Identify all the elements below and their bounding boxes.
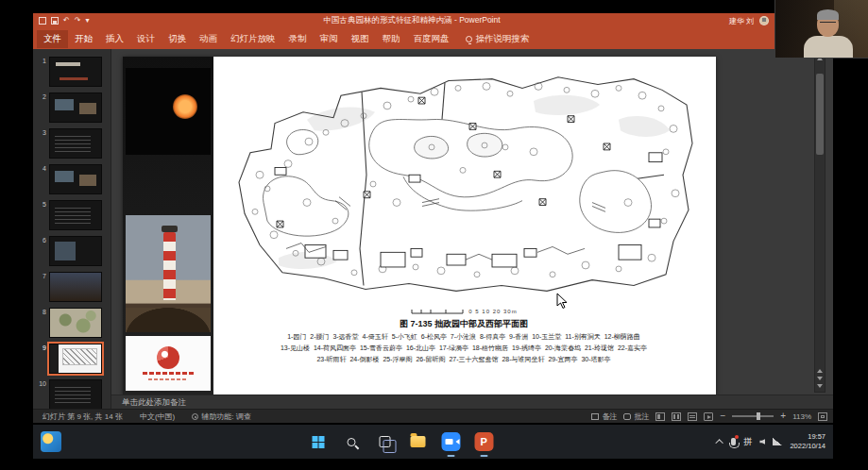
system-tray: 拼 19:57 2022/10/14: [718, 428, 825, 455]
slide-editing-canvas[interactable]: 0 5 10 20 30m 图 7-135 拙政园中部及西部平面图 1-园门 2…: [111, 49, 833, 394]
lighthouse-photo: [126, 215, 211, 332]
tencent-meeting-button[interactable]: [438, 429, 463, 454]
redo-icon[interactable]: ↷: [75, 17, 81, 25]
slide-photo-strip[interactable]: [123, 57, 213, 394]
scale-bar-ticks: [410, 308, 467, 315]
search-icon: [348, 438, 356, 446]
ribbon-tab-design[interactable]: 设计: [130, 30, 162, 48]
powerpoint-window: ↶ ↷ ▾ 中国古典园林的形式特征和精神内涵 - PowerPoint 建华 刘…: [33, 13, 833, 423]
scale-label: 0 5 10 20 30m: [468, 309, 517, 314]
network-icon[interactable]: [773, 438, 782, 445]
language-indicator[interactable]: 中文(中国): [140, 411, 175, 422]
thumbnail-image: [49, 128, 102, 159]
task-view-button[interactable]: [372, 429, 397, 454]
windows-taskbar: 拼 19:57 2022/10/14: [33, 425, 833, 459]
slide-position-indicator[interactable]: 幻灯片 第 9 张, 共 14 张: [43, 411, 123, 422]
file-explorer-button[interactable]: [405, 429, 430, 454]
thumbnail-number: 10: [37, 379, 46, 387]
account-avatar[interactable]: [759, 16, 769, 25]
quick-access-toolbar: ↶ ↷ ▾: [33, 17, 94, 25]
ime-indicator[interactable]: 拼: [743, 436, 752, 448]
ribbon-tab-record[interactable]: 录制: [282, 30, 314, 48]
recording-dot: [735, 435, 739, 439]
thumbnail-image: [49, 57, 102, 87]
start-button[interactable]: [306, 429, 331, 454]
slide-thumbnail[interactable]: 8: [37, 308, 107, 338]
thumbnail-image: [49, 344, 102, 374]
save-icon[interactable]: [51, 17, 59, 25]
task-view-icon: [379, 436, 390, 447]
normal-view-button[interactable]: [655, 412, 665, 421]
legend-line-2: 13-见山楼 14-荷风四面亭 15-雪香云蔚亭 16-北山亭 17-绿漪亭 1…: [213, 343, 714, 353]
ribbon-tab-file[interactable]: 文件: [37, 30, 68, 48]
reading-view-button[interactable]: [688, 412, 697, 421]
powerpoint-app-icon: [39, 17, 46, 25]
lighthouse-tower: [163, 232, 176, 300]
school-logo-text: [143, 372, 194, 381]
widgets-weather-icon[interactable]: [41, 431, 61, 452]
ribbon-tab-review[interactable]: 审阅: [314, 30, 345, 48]
zoom-slider[interactable]: [732, 415, 774, 417]
ribbon-tab-row: 文件 开始 插入 设计 切换 动画 幻灯片放映 录制 审阅 视图 帮助 百度网盘…: [33, 28, 833, 49]
slide-thumbnail[interactable]: 2: [37, 92, 107, 123]
hidden-icons-chevron[interactable]: [716, 439, 723, 446]
ribbon-tab-insert[interactable]: 插入: [99, 30, 130, 48]
thumbnail-number: 8: [37, 308, 46, 315]
zoom-out-button[interactable]: −: [720, 411, 725, 421]
comments-toggle-button[interactable]: 批注: [623, 411, 649, 422]
slide-thumbnail[interactable]: 3: [37, 128, 107, 159]
search-button[interactable]: [339, 429, 364, 454]
slide-thumbnail-panel: 1 2 3 4 5: [33, 49, 111, 409]
zoom-slider-knob[interactable]: [757, 412, 760, 420]
speaker-icon[interactable]: [759, 439, 765, 445]
ribbon-tab-animations[interactable]: 动画: [193, 30, 224, 48]
accessibility-checker[interactable]: 辅助功能: 调查: [192, 411, 250, 422]
current-slide[interactable]: 0 5 10 20 30m 图 7-135 拙政园中部及西部平面图 1-园门 2…: [123, 57, 716, 394]
powerpoint-icon: [474, 432, 493, 451]
slide-thumbnail[interactable]: 7: [37, 272, 107, 302]
account-name[interactable]: 建华 刘: [729, 16, 754, 26]
ribbon-tab-slideshow[interactable]: 幻灯片放映: [224, 30, 282, 48]
vertical-scrollbar[interactable]: [814, 51, 825, 393]
ribbon-tab-help[interactable]: 帮助: [376, 30, 407, 48]
scrollbar-thumb[interactable]: [816, 74, 824, 155]
ribbon-tab-transitions[interactable]: 切换: [162, 30, 193, 48]
school-logo-box: [126, 336, 211, 391]
zoom-level[interactable]: 113%: [792, 412, 811, 421]
fit-slide-to-window-button[interactable]: [818, 412, 827, 421]
main-content: 1 2 3 4 5: [33, 49, 833, 409]
slide-sorter-view-button[interactable]: [672, 412, 681, 421]
scroll-down-icon[interactable]: [817, 384, 823, 388]
tell-me-search[interactable]: 操作说明搜索: [466, 33, 530, 45]
status-bar: 幻灯片 第 9 张, 共 14 张 中文(中国) 辅助功能: 调查 备注 批注: [33, 409, 833, 423]
zoom-in-button[interactable]: +: [780, 411, 786, 421]
thumbnail-image: [49, 272, 102, 302]
powerpoint-taskbar-button[interactable]: [471, 429, 496, 454]
slide-thumbnail[interactable]: 1: [37, 57, 107, 87]
webcam-video-overlay[interactable]: [774, 0, 868, 59]
thumbnail-number: 7: [37, 272, 46, 279]
clock[interactable]: 19:57 2022/10/14: [790, 432, 825, 451]
slide-thumbnail-selected[interactable]: 9: [37, 344, 107, 374]
thumbnail-image: [49, 200, 102, 230]
undo-icon[interactable]: ↶: [63, 17, 70, 25]
previous-slide-icon[interactable]: [817, 369, 823, 373]
ribbon-tab-view[interactable]: 视图: [345, 30, 376, 48]
slide-thumbnail[interactable]: 4: [37, 164, 107, 194]
notes-toggle-button[interactable]: 备注: [591, 411, 617, 422]
microphone-icon[interactable]: [731, 438, 736, 445]
screen: ↶ ↷ ▾ 中国古典园林的形式特征和精神内涵 - PowerPoint 建华 刘…: [0, 0, 868, 470]
notes-pane[interactable]: 单击此处添加备注: [111, 394, 833, 409]
thumbnail-number: 1: [37, 57, 46, 64]
ribbon-tab-home[interactable]: 开始: [68, 30, 99, 48]
next-slide-icon[interactable]: [817, 377, 823, 380]
legend-line-3: 23-听雨轩 24-倒影楼 25-浮翠阁 26-留听阁 27-三十六鸳鸯馆 28…: [213, 354, 714, 364]
qat-dropdown-icon[interactable]: ▾: [85, 17, 89, 25]
slideshow-view-button[interactable]: [704, 412, 713, 421]
slide-thumbnail[interactable]: 6: [37, 236, 107, 266]
slide-thumbnail[interactable]: 10: [37, 379, 107, 409]
thumbnail-image: [49, 92, 102, 123]
ribbon-tab-baidu-netdisk[interactable]: 百度网盘: [407, 30, 456, 48]
slide-thumbnail[interactable]: 5: [37, 200, 107, 230]
folder-icon: [410, 436, 425, 447]
